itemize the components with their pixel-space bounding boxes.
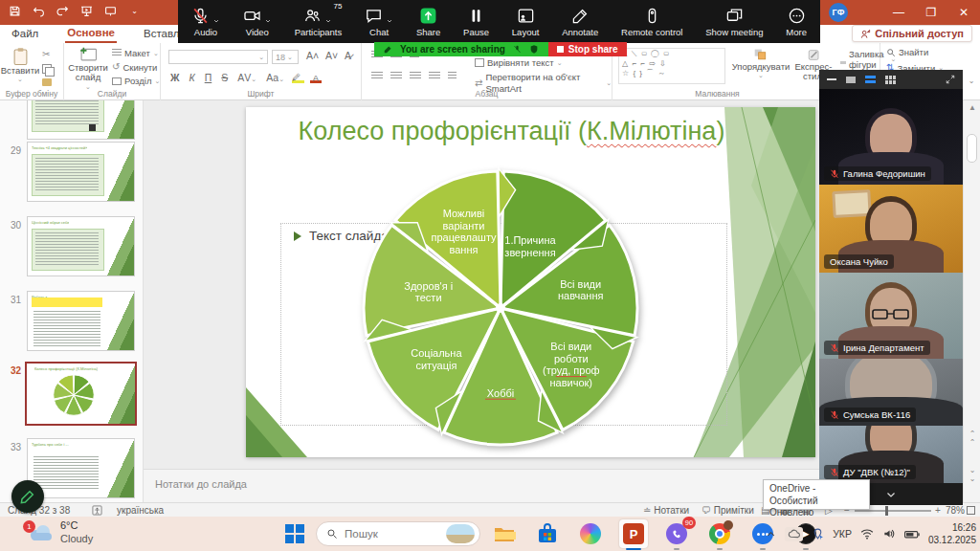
zoom-slider[interactable] (855, 510, 931, 512)
paste-button[interactable]: Вставити⌄ (4, 47, 36, 83)
language-indicator[interactable]: українська (117, 505, 164, 516)
store-icon[interactable] (533, 519, 562, 548)
panel-expand-icon[interactable] (946, 71, 955, 88)
panel-small-view-icon[interactable] (846, 77, 856, 83)
scrollbar-thumb[interactable] (967, 134, 977, 163)
participant-tile[interactable]: Ірина Департамент (819, 273, 963, 359)
meeting-more-button[interactable]: More (786, 6, 807, 37)
slide-thumbnail-33[interactable]: Турбота про себе і ... (27, 438, 135, 498)
zoom-percentage[interactable]: 78% (946, 505, 965, 516)
slide-canvas[interactable]: Колесо профорієнтації (К.Мілютіна) Текст… (246, 107, 815, 457)
clock[interactable]: 16:2603.12.2025 (928, 521, 976, 546)
language-switcher[interactable]: УКР (833, 528, 852, 540)
reset-button[interactable]: ↺Скинути (112, 61, 160, 73)
slide-title[interactable]: Колесо профорієнтації (К.Мілютіна) (275, 117, 748, 146)
notes-toggle[interactable]: ≐ Нотатки (643, 505, 689, 516)
justify-icon[interactable] (429, 72, 440, 80)
close-button[interactable]: ✕ (947, 0, 980, 25)
shrink-font-icon[interactable]: А˅ (323, 50, 340, 61)
shapes-gallery[interactable]: ⟍ ⟍ ▭ ◯ ▭ △ ⌐ ⌐ ⇨ ⇩ ☆ { } ⌒ ～ (618, 48, 725, 84)
location-icon[interactable] (812, 528, 824, 540)
stop-share-button[interactable]: Stop share (548, 42, 627, 56)
participant-tile[interactable]: Оксана Чуйко (819, 185, 963, 273)
slide-thumbnail-31[interactable]: Робота з ... (27, 291, 135, 351)
copy-icon[interactable] (42, 64, 52, 74)
find-button[interactable]: Знайти (886, 47, 944, 57)
maximize-button[interactable]: ❐ (915, 0, 947, 25)
meeting-participants-button[interactable]: 75Participants (295, 6, 343, 37)
meeting-pause-button[interactable]: Pause (463, 6, 489, 37)
section-button[interactable]: Розділ⌄ (112, 76, 160, 86)
align-left-icon[interactable] (371, 72, 383, 80)
copilot-icon[interactable] (576, 519, 605, 548)
comments-toggle[interactable]: 🗩 Примітки (702, 505, 754, 516)
meeting-share-button[interactable]: Share (416, 6, 440, 37)
columns-icon[interactable] (448, 72, 457, 80)
grow-font-icon[interactable]: А˄ (304, 50, 321, 61)
clear-format-icon[interactable]: А̷ (343, 50, 353, 61)
vertical-scrollbar[interactable]: ▲ ⌃⌃ ⌄⌄ (963, 100, 980, 502)
font-color-icon[interactable]: А (310, 73, 322, 83)
format-painter-icon[interactable] (42, 78, 52, 86)
cut-icon[interactable]: ✂ (42, 49, 52, 59)
chrome-icon[interactable] (705, 519, 734, 548)
tab-основне[interactable]: Основне (65, 26, 117, 43)
battery-icon[interactable] (904, 529, 920, 540)
previous-slide-icon[interactable]: ⌃⌃ (964, 430, 980, 447)
minimize-button[interactable]: — (882, 0, 915, 25)
account-avatar[interactable]: ГФ (829, 3, 848, 22)
panel-gallery-view-icon[interactable] (865, 76, 876, 84)
meeting-chat-button[interactable]: Chat (365, 6, 393, 37)
character-spacing-icon[interactable]: АV⌄ (235, 72, 258, 83)
start-slideshow-icon[interactable] (79, 4, 94, 18)
slide-thumbnail-partial[interactable] (27, 100, 135, 140)
meeting-show-meeting-button[interactable]: Show meeting (705, 6, 763, 37)
save-icon[interactable] (8, 4, 22, 18)
font-size-select[interactable]: 18⌄ (272, 50, 299, 64)
meeting-layout-button[interactable]: Layout (512, 6, 540, 37)
italic-button[interactable]: К (188, 72, 197, 83)
windows-start-button[interactable] (285, 524, 304, 543)
zoom-slider-thumb[interactable] (885, 506, 888, 516)
slide-thumbnail-29[interactable]: Техніка «4 квадрати цінностей» (27, 142, 135, 202)
share-document-button[interactable]: Спільний доступ (852, 25, 972, 42)
ink-annotation-button[interactable] (11, 480, 44, 513)
align-center-icon[interactable] (390, 72, 402, 80)
meeting-remote-control-button[interactable]: Remote control (621, 6, 682, 37)
arrange-button[interactable]: Упорядкувати⌄ (733, 48, 789, 79)
meeting-annotate-button[interactable]: Annotate (562, 6, 598, 37)
redo-icon[interactable] (56, 4, 70, 18)
align-text-button[interactable]: Вирівняти текст⌄ (475, 57, 612, 68)
highlight-color-icon[interactable]: 🖉 (292, 73, 304, 83)
font-name-select[interactable]: ⌄ (168, 50, 268, 64)
volume-icon[interactable] (882, 528, 896, 540)
align-right-icon[interactable] (410, 72, 421, 80)
change-case-icon[interactable]: Аа⌄ (264, 72, 286, 83)
participant-tile[interactable]: ДУ "ДВК (№12)" (819, 426, 963, 483)
customize-toolbar-icon[interactable]: ⌄ (127, 4, 142, 18)
explorer-icon[interactable] (490, 519, 519, 548)
layout-button[interactable]: Макет⌄ (112, 48, 160, 58)
undo-icon[interactable] (32, 4, 46, 18)
meeting-video-button[interactable]: Video (243, 6, 272, 37)
bold-button[interactable]: Ж (168, 72, 182, 83)
zoom-in-icon[interactable]: + (935, 505, 941, 516)
tray-overflow-icon[interactable] (766, 529, 776, 540)
participant-tile[interactable]: Галина Федоришин (819, 89, 963, 185)
career-wheel-diagram[interactable]: 1.ПричиназверненняВсі видинавчанняВсі ви… (347, 155, 654, 457)
wifi-icon[interactable] (860, 528, 874, 540)
ribbon-collapse-icon[interactable]: ⌄ (963, 77, 980, 90)
onedrive-icon[interactable] (785, 527, 803, 541)
meeting-audio-button[interactable]: Audio (191, 6, 220, 37)
weather-widget[interactable]: 1 6°CCloudy (29, 519, 93, 546)
tab-файл[interactable]: Файл (10, 27, 40, 42)
participant-tile[interactable]: Сумська ВК-116 (819, 359, 963, 426)
new-slide-button[interactable]: Створити слайд⌄ (67, 47, 109, 91)
next-slide-icon[interactable]: ⌄⌄ (964, 466, 980, 483)
panel-minimize-icon[interactable] (827, 78, 836, 80)
panel-grid-view-icon[interactable] (885, 76, 896, 84)
viber-icon[interactable]: 90 (662, 519, 691, 548)
strikethrough-button[interactable]: S (219, 72, 230, 83)
notes-pane[interactable]: Нотатки до слайда (144, 469, 820, 502)
present-display-icon[interactable] (103, 4, 118, 18)
